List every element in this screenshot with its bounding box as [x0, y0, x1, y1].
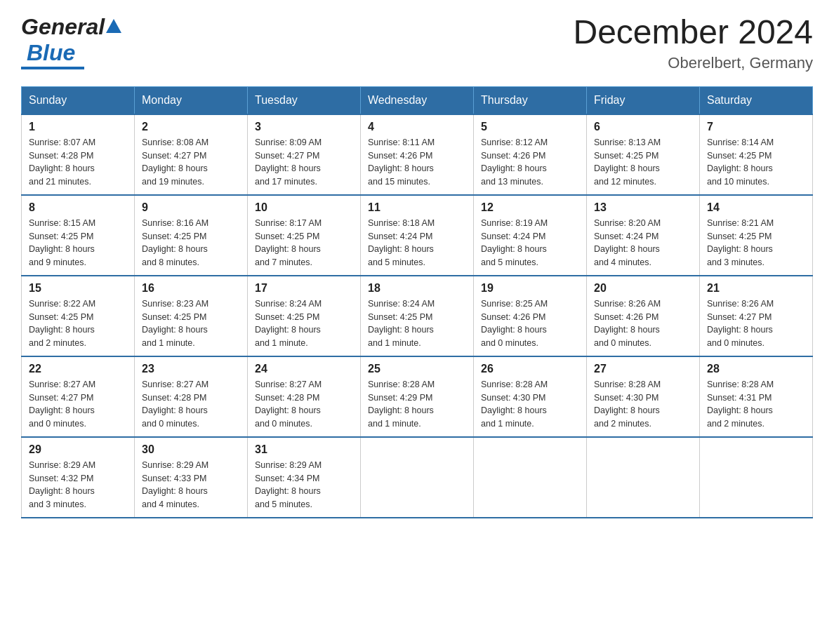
day-number: 10	[255, 201, 353, 214]
calendar-cell: 8 Sunrise: 8:15 AMSunset: 4:25 PMDayligh…	[22, 195, 135, 276]
calendar-cell: 25 Sunrise: 8:28 AMSunset: 4:29 PMDaylig…	[361, 356, 474, 437]
calendar-header-row: Sunday Monday Tuesday Wednesday Thursday…	[22, 86, 813, 114]
logo: General Blue	[21, 14, 121, 69]
day-info: Sunrise: 8:16 AMSunset: 4:25 PMDaylight:…	[142, 217, 240, 269]
calendar-cell: 27 Sunrise: 8:28 AMSunset: 4:30 PMDaylig…	[587, 356, 700, 437]
logo-blue-text: Blue	[27, 40, 75, 66]
day-info: Sunrise: 8:29 AMSunset: 4:32 PMDaylight:…	[29, 459, 127, 511]
day-number: 31	[255, 443, 353, 456]
calendar-cell: 3 Sunrise: 8:09 AMSunset: 4:27 PMDayligh…	[248, 114, 361, 195]
calendar-cell: 19 Sunrise: 8:25 AMSunset: 4:26 PMDaylig…	[474, 276, 587, 356]
logo-general-text: General	[21, 14, 105, 40]
day-info: Sunrise: 8:07 AMSunset: 4:28 PMDaylight:…	[29, 136, 127, 189]
day-info: Sunrise: 8:28 AMSunset: 4:29 PMDaylight:…	[368, 378, 466, 431]
col-friday: Friday	[587, 86, 700, 114]
calendar-cell: 30 Sunrise: 8:29 AMSunset: 4:33 PMDaylig…	[135, 437, 248, 518]
month-title: December 2024	[573, 14, 813, 51]
day-number: 1	[29, 121, 127, 133]
calendar-cell: 13 Sunrise: 8:20 AMSunset: 4:24 PMDaylig…	[587, 195, 700, 276]
calendar-cell: 17 Sunrise: 8:24 AMSunset: 4:25 PMDaylig…	[248, 276, 361, 356]
calendar-cell: 11 Sunrise: 8:18 AMSunset: 4:24 PMDaylig…	[361, 195, 474, 276]
day-info: Sunrise: 8:23 AMSunset: 4:25 PMDaylight:…	[142, 297, 240, 350]
day-info: Sunrise: 8:08 AMSunset: 4:27 PMDaylight:…	[142, 136, 240, 189]
day-info: Sunrise: 8:21 AMSunset: 4:25 PMDaylight:…	[707, 217, 805, 269]
day-info: Sunrise: 8:15 AMSunset: 4:25 PMDaylight:…	[29, 217, 127, 269]
logo-underline	[21, 67, 84, 69]
day-info: Sunrise: 8:14 AMSunset: 4:25 PMDaylight:…	[707, 136, 805, 189]
calendar-cell: 2 Sunrise: 8:08 AMSunset: 4:27 PMDayligh…	[135, 114, 248, 195]
calendar-cell: 10 Sunrise: 8:17 AMSunset: 4:25 PMDaylig…	[248, 195, 361, 276]
day-info: Sunrise: 8:17 AMSunset: 4:25 PMDaylight:…	[255, 217, 353, 269]
calendar-cell: 4 Sunrise: 8:11 AMSunset: 4:26 PMDayligh…	[361, 114, 474, 195]
calendar-cell: 31 Sunrise: 8:29 AMSunset: 4:34 PMDaylig…	[248, 437, 361, 518]
day-info: Sunrise: 8:20 AMSunset: 4:24 PMDaylight:…	[594, 217, 692, 269]
page-header: General Blue December 2024 Oberelbert, G…	[21, 14, 813, 72]
calendar-cell: 9 Sunrise: 8:16 AMSunset: 4:25 PMDayligh…	[135, 195, 248, 276]
day-info: Sunrise: 8:12 AMSunset: 4:26 PMDaylight:…	[481, 136, 579, 189]
day-info: Sunrise: 8:28 AMSunset: 4:30 PMDaylight:…	[594, 378, 692, 431]
day-number: 26	[481, 363, 579, 375]
day-number: 5	[481, 121, 579, 133]
day-info: Sunrise: 8:28 AMSunset: 4:30 PMDaylight:…	[481, 378, 579, 431]
calendar-week-row: 29 Sunrise: 8:29 AMSunset: 4:32 PMDaylig…	[22, 437, 813, 518]
calendar-cell: 5 Sunrise: 8:12 AMSunset: 4:26 PMDayligh…	[474, 114, 587, 195]
location-text: Oberelbert, Germany	[573, 54, 813, 72]
calendar-cell: 24 Sunrise: 8:27 AMSunset: 4:28 PMDaylig…	[248, 356, 361, 437]
calendar-cell: 26 Sunrise: 8:28 AMSunset: 4:30 PMDaylig…	[474, 356, 587, 437]
day-number: 11	[368, 201, 466, 214]
calendar-cell: 7 Sunrise: 8:14 AMSunset: 4:25 PMDayligh…	[700, 114, 813, 195]
day-number: 15	[29, 282, 127, 295]
calendar-cell: 28 Sunrise: 8:28 AMSunset: 4:31 PMDaylig…	[700, 356, 813, 437]
day-number: 7	[707, 121, 805, 133]
day-number: 6	[594, 121, 692, 133]
day-info: Sunrise: 8:29 AMSunset: 4:33 PMDaylight:…	[142, 459, 240, 511]
day-info: Sunrise: 8:28 AMSunset: 4:31 PMDaylight:…	[707, 378, 805, 431]
day-info: Sunrise: 8:27 AMSunset: 4:27 PMDaylight:…	[29, 378, 127, 431]
day-number: 9	[142, 201, 240, 214]
calendar-week-row: 15 Sunrise: 8:22 AMSunset: 4:25 PMDaylig…	[22, 276, 813, 356]
col-wednesday: Wednesday	[361, 86, 474, 114]
col-saturday: Saturday	[700, 86, 813, 114]
calendar-cell: 23 Sunrise: 8:27 AMSunset: 4:28 PMDaylig…	[135, 356, 248, 437]
day-info: Sunrise: 8:22 AMSunset: 4:25 PMDaylight:…	[29, 297, 127, 350]
calendar-cell: 22 Sunrise: 8:27 AMSunset: 4:27 PMDaylig…	[22, 356, 135, 437]
day-number: 29	[29, 443, 127, 456]
calendar-cell	[361, 437, 474, 518]
day-number: 4	[368, 121, 466, 133]
day-number: 23	[142, 363, 240, 375]
day-number: 8	[29, 201, 127, 214]
day-number: 16	[142, 282, 240, 295]
day-number: 21	[707, 282, 805, 295]
day-info: Sunrise: 8:24 AMSunset: 4:25 PMDaylight:…	[368, 297, 466, 350]
day-info: Sunrise: 8:26 AMSunset: 4:27 PMDaylight:…	[707, 297, 805, 350]
day-number: 2	[142, 121, 240, 133]
svg-marker-0	[106, 19, 121, 33]
day-info: Sunrise: 8:29 AMSunset: 4:34 PMDaylight:…	[255, 459, 353, 511]
day-number: 13	[594, 201, 692, 214]
calendar-cell: 14 Sunrise: 8:21 AMSunset: 4:25 PMDaylig…	[700, 195, 813, 276]
day-number: 18	[368, 282, 466, 295]
day-info: Sunrise: 8:27 AMSunset: 4:28 PMDaylight:…	[142, 378, 240, 431]
day-number: 28	[707, 363, 805, 375]
day-info: Sunrise: 8:24 AMSunset: 4:25 PMDaylight:…	[255, 297, 353, 350]
day-number: 19	[481, 282, 579, 295]
calendar-week-row: 22 Sunrise: 8:27 AMSunset: 4:27 PMDaylig…	[22, 356, 813, 437]
calendar-cell: 6 Sunrise: 8:13 AMSunset: 4:25 PMDayligh…	[587, 114, 700, 195]
calendar-cell: 15 Sunrise: 8:22 AMSunset: 4:25 PMDaylig…	[22, 276, 135, 356]
day-info: Sunrise: 8:13 AMSunset: 4:25 PMDaylight:…	[594, 136, 692, 189]
calendar-cell: 18 Sunrise: 8:24 AMSunset: 4:25 PMDaylig…	[361, 276, 474, 356]
day-number: 27	[594, 363, 692, 375]
calendar-cell	[474, 437, 587, 518]
day-number: 14	[707, 201, 805, 214]
day-info: Sunrise: 8:27 AMSunset: 4:28 PMDaylight:…	[255, 378, 353, 431]
day-number: 24	[255, 363, 353, 375]
calendar-cell: 16 Sunrise: 8:23 AMSunset: 4:25 PMDaylig…	[135, 276, 248, 356]
calendar-cell	[587, 437, 700, 518]
calendar-cell: 12 Sunrise: 8:19 AMSunset: 4:24 PMDaylig…	[474, 195, 587, 276]
day-info: Sunrise: 8:09 AMSunset: 4:27 PMDaylight:…	[255, 136, 353, 189]
calendar-cell: 20 Sunrise: 8:26 AMSunset: 4:26 PMDaylig…	[587, 276, 700, 356]
day-number: 17	[255, 282, 353, 295]
day-number: 3	[255, 121, 353, 133]
day-number: 30	[142, 443, 240, 456]
day-number: 25	[368, 363, 466, 375]
